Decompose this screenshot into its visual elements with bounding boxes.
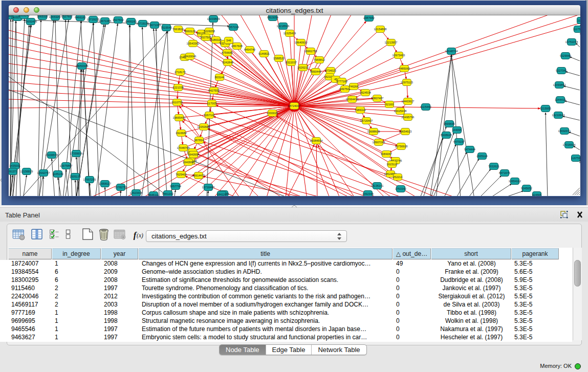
svg-text:15716485: 15716485 [202,186,215,189]
svg-text:9474444: 9474444 [464,148,475,151]
svg-text:9115460: 9115460 [420,105,431,108]
svg-text:10653267: 10653267 [49,15,62,18]
svg-text:1145139: 1145139 [52,172,63,176]
svg-text:6466160: 6466160 [125,20,137,23]
svg-text:23420046: 23420046 [184,55,197,58]
svg-text:7663822: 7663822 [172,28,184,31]
svg-text:12156829: 12156829 [20,170,33,173]
svg-text:19384554: 19384554 [310,139,323,142]
svg-text:9646111: 9646111 [148,193,159,196]
svg-text:8660123: 8660123 [184,30,195,33]
svg-text:18907249: 18907249 [373,141,385,144]
svg-text:1244415: 1244415 [555,98,566,101]
svg-text:1065326: 1065326 [37,15,48,18]
svg-text:17359936: 17359936 [70,152,83,155]
svg-text:18724007: 18724007 [288,104,301,107]
svg-text:2935114: 2935114 [476,155,487,158]
svg-text:10756928: 10756928 [395,145,408,148]
svg-text:10654112: 10654112 [509,180,521,183]
svg-text:924565: 924565 [532,193,542,196]
svg-text:8938928: 8938928 [441,134,452,137]
svg-text:184126: 184126 [217,193,227,196]
svg-text:16914479: 16914479 [192,174,205,177]
svg-text:10975867: 10975867 [60,164,73,167]
svg-text:7986322: 7986322 [355,108,366,112]
svg-text:7955812: 7955812 [314,58,325,61]
svg-text:2505135: 2505135 [70,175,81,178]
svg-text:9699695: 9699695 [444,122,455,125]
svg-text:16671365: 16671365 [99,19,112,23]
svg-text:8454749: 8454749 [244,48,255,51]
svg-text:15720407: 15720407 [360,119,373,122]
svg-text:16210643: 16210643 [552,114,565,117]
svg-text:9777169: 9777169 [336,80,347,83]
svg-text:16961758: 16961758 [304,50,317,53]
svg-text:5215955: 5215955 [540,107,551,110]
svg-text:6466160: 6466160 [75,16,86,19]
svg-text:14463627: 14463627 [402,100,415,103]
svg-text:7515545: 7515545 [161,26,172,29]
svg-text:1527602: 1527602 [113,18,124,21]
svg-text:803144: 803144 [215,76,225,79]
svg-text:10543362: 10543362 [187,42,200,45]
svg-text:1117504: 1117504 [573,28,580,31]
svg-text:16671365: 16671365 [148,24,161,27]
svg-text:11325419: 11325419 [284,32,296,35]
svg-text:20495796: 20495796 [402,116,415,119]
svg-text:8661202: 8661202 [162,192,173,195]
svg-text:9245652: 9245652 [521,187,532,190]
svg-text:16782759: 16782759 [115,186,127,189]
svg-text:2718170: 2718170 [175,71,186,74]
svg-text:1092344: 1092344 [362,192,374,195]
svg-text:1916682: 1916682 [176,132,187,135]
svg-text:1640994: 1640994 [188,153,199,156]
svg-text:19665492: 19665492 [173,116,186,119]
svg-text:387834: 387834 [194,139,204,142]
svg-text:2330023: 2330023 [267,112,278,115]
svg-text:391371: 391371 [9,170,17,173]
svg-text:7485063: 7485063 [399,67,410,70]
svg-text:15751074: 15751074 [565,40,578,43]
svg-text:1588520: 1588520 [273,57,285,60]
svg-text:9242848: 9242848 [222,61,233,64]
svg-text:1640994: 1640994 [183,161,194,164]
svg-text:1221338: 1221338 [172,86,184,89]
svg-text:20364436: 20364436 [346,98,359,101]
svg-text:144095: 144095 [452,128,462,132]
svg-text:1753342: 1753342 [395,187,406,190]
svg-text:19218506: 19218506 [277,25,290,28]
svg-text:8756685: 8756685 [222,51,233,54]
svg-text:6479197: 6479197 [453,140,465,143]
svg-text:8186328: 8186328 [210,38,222,41]
svg-text:16648764: 16648764 [445,50,458,53]
svg-text:3267110: 3267110 [204,114,214,117]
svg-text:10688609: 10688609 [367,130,380,133]
svg-text:12975115: 12975115 [401,81,413,84]
svg-text:1527602: 1527602 [61,15,73,18]
svg-text:7625402: 7625402 [176,173,187,176]
svg-text:7632621: 7632621 [488,165,499,168]
svg-text:11521: 11521 [577,19,580,22]
svg-text:8427552: 8427552 [208,89,220,92]
svg-text:9146821: 9146821 [258,52,270,55]
svg-text:6734023: 6734023 [325,69,336,72]
svg-text:117005: 117005 [207,102,216,105]
svg-text:12942757: 12942757 [37,171,50,174]
svg-text:8322037: 8322037 [286,61,297,64]
svg-text:18640910: 18640910 [295,41,308,44]
svg-text:9329966: 9329966 [560,54,571,57]
svg-text:14136141: 14136141 [371,184,384,187]
svg-text:1610753: 1610753 [171,101,183,104]
svg-text:15692971: 15692971 [558,129,571,133]
svg-text:8471676: 8471676 [499,171,510,174]
svg-text:10958117: 10958117 [99,182,111,185]
svg-text:10025438: 10025438 [394,110,407,113]
svg-text:252214: 252214 [393,176,403,179]
svg-text:20691406: 20691406 [25,20,37,23]
svg-text:17046768: 17046768 [177,146,190,149]
svg-text:17957255: 17957255 [83,178,96,181]
svg-text:1435001: 1435001 [9,164,20,167]
svg-text:12093852: 12093852 [553,83,566,86]
svg-text:746266: 746266 [349,85,359,88]
svg-text:2867608: 2867608 [231,45,243,48]
